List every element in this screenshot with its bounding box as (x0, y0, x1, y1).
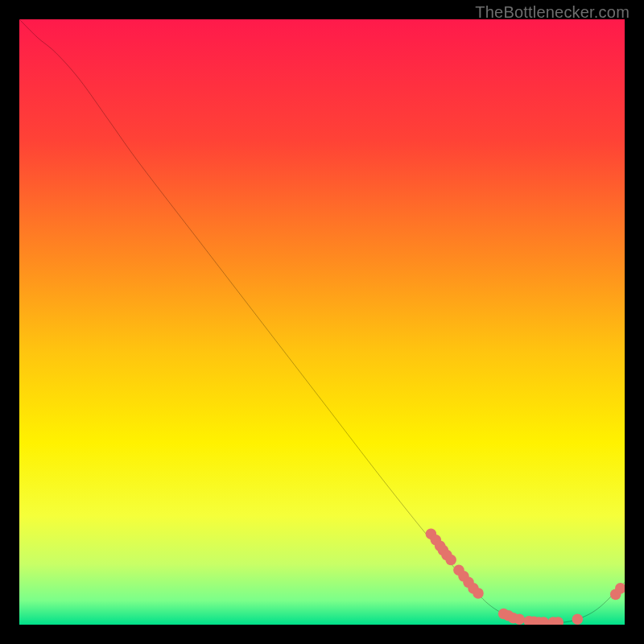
chart-stage: TheBottlenecker.com (0, 0, 644, 644)
scatter-point (445, 555, 456, 566)
chart-plot (19, 19, 625, 625)
scatter-point (572, 613, 584, 625)
scatter-point (514, 613, 525, 625)
plot-background (19, 19, 625, 625)
scatter-point (473, 588, 484, 599)
